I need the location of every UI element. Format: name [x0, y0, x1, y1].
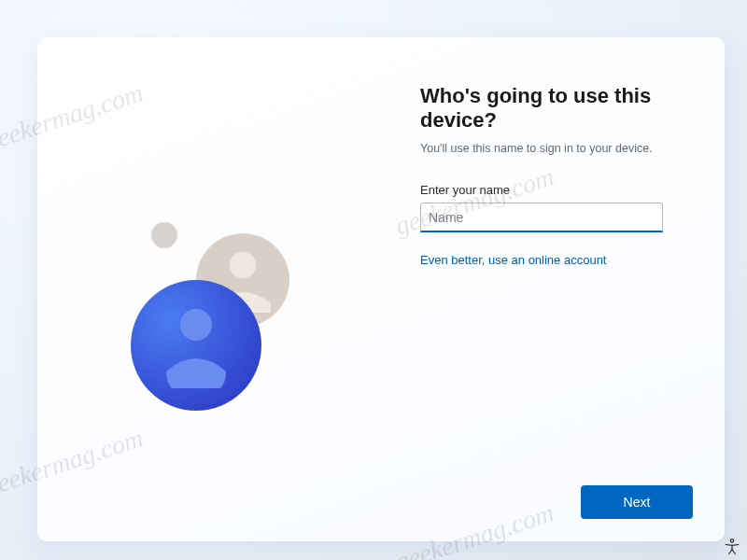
setup-card: Who's going to use this device? You'll u… — [37, 37, 725, 541]
svg-point-3 — [180, 309, 212, 341]
page-title: Who's going to use this device? — [420, 84, 687, 133]
svg-point-2 — [131, 280, 261, 411]
user-artwork — [121, 215, 327, 420]
name-label: Enter your name — [420, 183, 687, 197]
svg-point-1 — [230, 252, 256, 278]
avatar-large-icon — [131, 280, 261, 411]
page-subtitle: You'll use this name to sign in to your … — [420, 142, 687, 155]
setup-form: Who's going to use this device? You'll u… — [420, 84, 687, 268]
dot-icon — [151, 222, 177, 248]
online-account-link[interactable]: Even better, use an online account — [420, 253, 606, 267]
next-button[interactable]: Next — [581, 485, 693, 519]
avatar-small-icon — [196, 233, 289, 327]
svg-point-0 — [196, 233, 289, 327]
accessibility-icon[interactable] — [723, 538, 741, 556]
svg-point-4 — [730, 539, 733, 542]
name-input[interactable] — [420, 203, 663, 232]
